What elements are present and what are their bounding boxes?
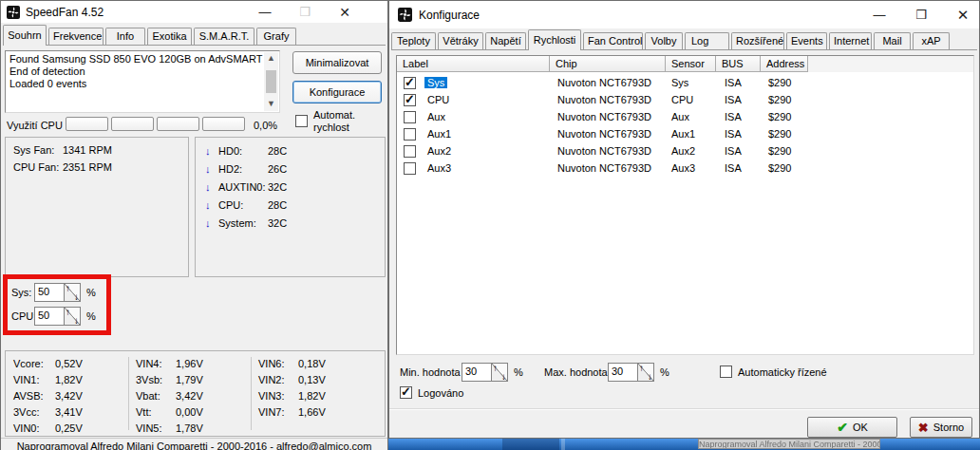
sys-speed-value[interactable]: 50 xyxy=(34,283,65,302)
row-checkbox[interactable] xyxy=(404,111,416,123)
log-line: Loaded 0 events xyxy=(9,78,262,90)
max-value-spinner[interactable]: 30 ↑↓ xyxy=(608,363,654,382)
speedfan-tab-bar: Souhrn Frekvence Info Exotika S.M.A.R.T.… xyxy=(3,25,386,46)
tab-log[interactable]: Log xyxy=(685,32,729,49)
sensor-table[interactable]: Label Chip Sensor BUS Address ✓ Sys Nuvo… xyxy=(396,55,974,355)
spin-down-icon[interactable]: ↓ xyxy=(74,291,79,302)
sys-speed-spinner[interactable]: 50 ↑↓ xyxy=(34,283,81,302)
scroll-thumb[interactable] xyxy=(266,70,276,93)
spin-up-icon[interactable]: ↑ xyxy=(493,363,498,373)
auto-speed-checkbox[interactable] xyxy=(295,115,308,127)
column-header-chip[interactable]: Chip xyxy=(550,56,666,72)
column-header-address[interactable]: Address xyxy=(761,56,808,72)
voltage-value: 1,66V xyxy=(298,406,326,418)
tab-events[interactable]: Events xyxy=(786,32,827,49)
table-row[interactable]: ✓ CPU Nuvoton NCT6793D CPU ISA $290 xyxy=(397,92,973,109)
column-header-sensor[interactable]: Sensor xyxy=(666,56,716,72)
row-checkbox[interactable]: ✓ xyxy=(404,77,416,89)
taskbar-item[interactable] xyxy=(502,439,559,450)
tab-souhrn[interactable]: Souhrn xyxy=(3,25,47,46)
tab-teploty[interactable]: Teploty xyxy=(391,32,436,49)
temp-down-icon: ↓ xyxy=(205,181,211,193)
tab-info[interactable]: Info xyxy=(105,28,145,45)
spin-up-icon[interactable]: ↑ xyxy=(66,307,70,317)
storno-button[interactable]: ✖ Storno xyxy=(910,417,972,438)
min-value-spinner[interactable]: 30 ↑↓ xyxy=(462,363,508,382)
row-checkbox[interactable] xyxy=(404,145,416,158)
tab-rozsirene[interactable]: Rozšířené xyxy=(731,32,784,49)
log-scrollbar[interactable]: ▲ ▼ xyxy=(264,52,278,111)
cpu-speed-value[interactable]: 50 xyxy=(34,307,65,326)
spin-buttons[interactable]: ↑↓ xyxy=(492,363,508,382)
detection-log[interactable]: Found Samsung SSD 850 EVO 120GB on AdvSM… xyxy=(5,50,280,113)
tab-grafy[interactable]: Grafy xyxy=(256,28,296,45)
tab-volby[interactable]: Volby xyxy=(645,32,683,49)
divider xyxy=(128,357,129,430)
cell-label[interactable]: Aux3 xyxy=(427,162,451,174)
cell-label[interactable]: CPU xyxy=(427,94,449,105)
cell-label[interactable]: Aux xyxy=(427,111,445,122)
cell-label[interactable]: Aux2 xyxy=(427,145,451,157)
temp-down-icon: ↓ xyxy=(205,145,211,157)
close-icon[interactable]: ✕ xyxy=(338,5,351,20)
cell-label[interactable]: Aux1 xyxy=(427,128,451,140)
ok-button[interactable]: ✔ OK xyxy=(807,417,897,438)
row-checkbox[interactable] xyxy=(404,162,416,175)
temp-value: 26C xyxy=(268,163,287,175)
column-header-label[interactable]: Label xyxy=(397,56,550,72)
tab-frekvence[interactable]: Frekvence xyxy=(48,28,104,45)
voltage-value: 1,79V xyxy=(176,374,203,385)
tab-smart[interactable]: S.M.A.R.T. xyxy=(194,28,254,45)
spin-buttons[interactable]: ↑↓ xyxy=(638,363,654,382)
min-value-label: Min. hodnota xyxy=(400,366,461,378)
table-row[interactable]: Aux3 Nuvoton NCT6793D Aux3 ISA $290 xyxy=(397,160,973,178)
auto-speed-label-1: Automat. xyxy=(313,109,355,121)
cell-label[interactable]: Sys xyxy=(424,77,447,88)
temp-value: 32C xyxy=(268,217,287,229)
spin-down-icon[interactable]: ↓ xyxy=(501,371,506,382)
scroll-up-icon[interactable]: ▲ xyxy=(267,52,275,66)
spin-buttons[interactable]: ↑↓ xyxy=(65,307,81,326)
minimalizovat-button[interactable]: Minimalizovat xyxy=(292,51,382,74)
temp-label: AUXTIN0: xyxy=(218,181,266,193)
taskbar[interactable]: Naprogramoval Alfredo Milani Comparetti … xyxy=(388,439,980,450)
tab-internet[interactable]: Internet xyxy=(829,32,872,49)
min-value-input[interactable]: 30 xyxy=(462,363,492,382)
cpu-speed-spinner[interactable]: 50 ↑↓ xyxy=(34,307,81,326)
spin-down-icon[interactable]: ↓ xyxy=(74,315,79,326)
speedfan-titlebar[interactable]: SpeedFan 4.52 — ❒ ✕ xyxy=(1,1,387,23)
tab-vetraky[interactable]: Větráky xyxy=(438,32,483,49)
tab-napeti[interactable]: Napětí xyxy=(485,32,526,49)
logging-checkbox[interactable]: ✓ xyxy=(400,386,412,399)
close-icon[interactable]: ✕ xyxy=(956,7,970,24)
tab-rychlosti[interactable]: Rychlosti xyxy=(528,29,581,50)
scroll-down-icon[interactable]: ▼ xyxy=(267,98,275,111)
row-checkbox[interactable] xyxy=(404,128,416,141)
spin-up-icon[interactable]: ↑ xyxy=(66,283,70,293)
minimize-icon[interactable]: — xyxy=(873,8,886,22)
table-row[interactable]: Aux Nuvoton NCT6793D Aux ISA $290 xyxy=(397,109,973,126)
konfigurace-button[interactable]: Konfigurace xyxy=(292,81,382,103)
max-value-input[interactable]: 30 xyxy=(608,363,638,382)
maximize-icon[interactable]: ❒ xyxy=(914,8,928,22)
spin-down-icon[interactable]: ↓ xyxy=(648,371,652,382)
row-checkbox[interactable]: ✓ xyxy=(404,94,416,106)
tab-exotika[interactable]: Exotika xyxy=(147,28,192,45)
tab-fan-control[interactable]: Fan Control xyxy=(583,32,643,49)
minimize-icon[interactable]: — xyxy=(258,5,272,19)
sys-speed-label: Sys: xyxy=(11,287,31,298)
tab-mail[interactable]: Mail xyxy=(874,32,911,49)
column-header-bus[interactable]: BUS xyxy=(716,56,761,72)
cell-address: $290 xyxy=(768,94,791,105)
cpu-usage-bar xyxy=(111,117,154,131)
spin-up-icon[interactable]: ↑ xyxy=(639,363,644,373)
tab-xap[interactable]: xAP xyxy=(913,32,950,49)
konfigurace-titlebar[interactable]: Konfigurace — ❒ ✕ xyxy=(389,1,979,28)
table-row[interactable]: Aux1 Nuvoton NCT6793D Aux1 ISA $290 xyxy=(397,126,973,143)
spin-buttons[interactable]: ↑↓ xyxy=(65,283,81,302)
table-row[interactable]: ✓ Sys Nuvoton NCT6793D Sys ISA $290 xyxy=(397,75,973,92)
table-row[interactable]: Aux2 Nuvoton NCT6793D Aux2 ISA $290 xyxy=(397,143,973,160)
voltage-value: 3,42V xyxy=(55,390,83,402)
background-window-status: Naprogramoval Alfredo Milani Comparetti … xyxy=(698,439,880,449)
auto-managed-checkbox[interactable] xyxy=(720,366,732,378)
